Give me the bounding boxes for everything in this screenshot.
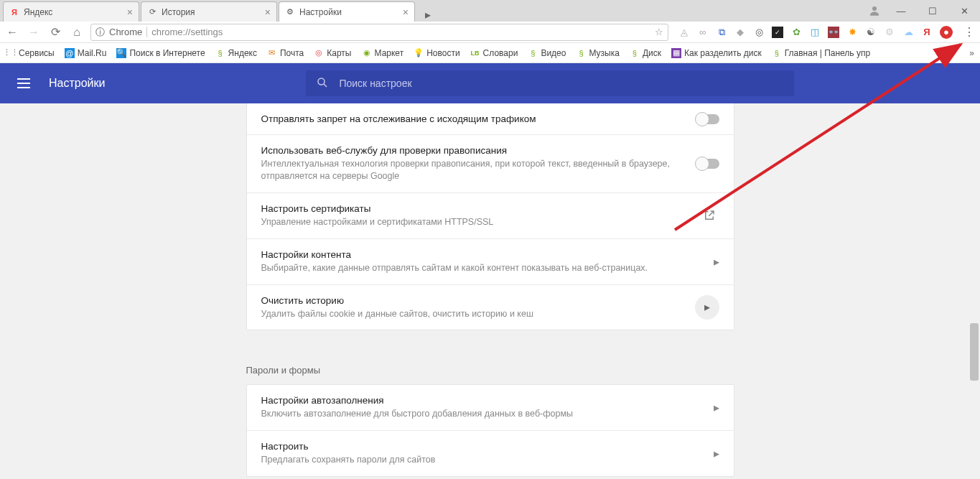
bookmark-market[interactable]: ◉Маркет xyxy=(362,48,404,58)
search-icon: 🔍 xyxy=(116,48,126,58)
clear-history-button[interactable]: ▸ xyxy=(695,295,719,320)
forward-button[interactable]: → xyxy=(26,24,42,40)
bookmark-apps[interactable]: ⋮⋮Сервисы xyxy=(6,48,55,58)
row-title: Настроить xyxy=(261,441,714,452)
bookmark-yandex[interactable]: §Яндекс xyxy=(215,48,257,58)
menu-button[interactable] xyxy=(17,75,34,92)
bookmark-star-icon[interactable]: ☆ xyxy=(655,27,663,37)
close-icon[interactable]: × xyxy=(403,6,409,18)
row-subtitle: Интеллектуальная технология проверки пра… xyxy=(261,158,696,182)
bookmark-cpanel[interactable]: §Главная | Панель упр xyxy=(772,48,870,58)
close-icon[interactable]: × xyxy=(127,6,133,18)
tab-yandex[interactable]: Я Яндекс × xyxy=(3,1,139,22)
close-window-button[interactable]: ✕ xyxy=(948,0,980,22)
toggle-switch[interactable] xyxy=(696,159,719,169)
bookmark-label: Яндекс xyxy=(228,48,257,58)
minimize-button[interactable]: — xyxy=(885,0,917,22)
ext-icon[interactable]: ● xyxy=(940,26,953,39)
ext-icon[interactable]: ☯ xyxy=(865,27,877,38)
close-icon[interactable]: × xyxy=(265,6,271,18)
bookmark-label: Новости xyxy=(426,48,459,58)
ext-icon[interactable]: ◫ xyxy=(809,27,821,38)
omnibox[interactable]: ⓘ Chrome chrome://settings ☆ xyxy=(90,24,668,41)
setting-row-spellcheck[interactable]: Использовать веб-службу для проверки пра… xyxy=(247,134,734,192)
scrollbar-thumb[interactable] xyxy=(970,323,979,381)
row-title: Настройки контента xyxy=(261,249,714,260)
gear-icon: ⚙ xyxy=(285,7,295,17)
maximize-button[interactable]: ☐ xyxy=(917,0,948,22)
row-title: Настроить сертификаты xyxy=(261,203,699,214)
chevron-right-icon: ▸ xyxy=(714,447,719,460)
bookmark-label: Как разделить диск xyxy=(684,48,762,58)
yandex-icon: § xyxy=(215,48,225,58)
mail-icon: ✉ xyxy=(267,48,277,58)
bookmark-label: Почта xyxy=(280,48,304,58)
row-subtitle: Удалить файлы cookie и данные сайтов, оч… xyxy=(261,308,695,320)
svg-point-1 xyxy=(318,78,325,85)
setting-row-clear-history[interactable]: Очистить историю Удалить файлы cookie и … xyxy=(247,284,734,330)
ext-icon[interactable]: ⚙ xyxy=(884,27,895,38)
setting-row-autofill[interactable]: Настройки автозаполнения Включить автоза… xyxy=(247,385,734,430)
bookmark-mailru[interactable]: @Mail.Ru xyxy=(65,48,107,58)
open-external-icon[interactable] xyxy=(699,205,719,225)
tab-settings[interactable]: ⚙ Настройки × xyxy=(279,1,415,22)
omnibox-origin-label: Chrome xyxy=(109,27,147,37)
yandex-ext-icon[interactable]: Я xyxy=(921,27,933,38)
bookmark-maps[interactable]: ◎Карты xyxy=(314,48,351,58)
search-placeholder: Поиск настроек xyxy=(339,78,411,89)
setting-row-content[interactable]: Настройки контента Выбирайте, какие данн… xyxy=(247,238,734,284)
tab-label: Яндекс xyxy=(24,7,52,17)
ext-icon[interactable]: ◎ xyxy=(753,27,765,38)
profile-icon[interactable] xyxy=(864,0,885,22)
settings-body: Отправлять запрет на отслеживание с исхо… xyxy=(0,103,980,479)
info-icon: ⓘ xyxy=(95,26,105,39)
bookmark-label: Музыка xyxy=(589,48,619,58)
market-icon: ◉ xyxy=(362,48,372,58)
bookmark-video[interactable]: §Видео xyxy=(528,48,566,58)
ext-icon[interactable]: ✿ xyxy=(790,27,802,38)
bookmarks-overflow[interactable]: » xyxy=(969,48,974,58)
dict-icon: LB xyxy=(470,48,480,58)
home-button[interactable]: ⌂ xyxy=(69,24,85,40)
bookmark-search[interactable]: 🔍Поиск в Интернете xyxy=(116,48,205,58)
tab-history[interactable]: ⟳ История × xyxy=(141,1,277,22)
back-button[interactable]: ← xyxy=(4,24,20,40)
svg-point-0 xyxy=(872,6,877,11)
bookmark-disk[interactable]: §Диск xyxy=(630,48,661,58)
bookmark-label: Mail.Ru xyxy=(78,48,107,58)
new-tab-button[interactable]: ▸ xyxy=(419,7,437,22)
bookmark-music[interactable]: §Музыка xyxy=(576,48,619,58)
row-subtitle: Выбирайте, какие данные отправлять сайта… xyxy=(261,262,714,274)
page-title: Настройки xyxy=(49,77,105,90)
settings-search[interactable]: Поиск настроек xyxy=(306,70,794,96)
ext-icon[interactable]: ◬ xyxy=(678,27,690,38)
browser-menu-button[interactable]: ⋮ xyxy=(963,25,976,39)
window-controls: — ☐ ✕ xyxy=(864,0,980,22)
ext-icon[interactable]: 👓 xyxy=(828,27,839,38)
setting-row-passwords[interactable]: Настроить Предлагать сохранять пароли дл… xyxy=(247,430,734,476)
toolbar: ← → ⟳ ⌂ ⓘ Chrome chrome://settings ☆ ◬ ∞… xyxy=(0,22,980,43)
ext-icon[interactable]: ☁ xyxy=(902,27,914,38)
bookmark-label: Поиск в Интернете xyxy=(129,48,205,58)
ext-icon[interactable]: ✸ xyxy=(846,27,858,38)
bookmark-label: Маркет xyxy=(375,48,404,58)
ext-icon[interactable]: ⧉ xyxy=(716,27,727,38)
bookmark-news[interactable]: 💡Новости xyxy=(414,48,459,58)
setting-row-certificates[interactable]: Настроить сертификаты Управление настрой… xyxy=(247,192,734,238)
ext-icon[interactable]: ∞ xyxy=(697,27,709,38)
bookmark-label: Карты xyxy=(327,48,351,58)
bookmark-partition[interactable]: ▦Как разделить диск xyxy=(671,48,762,58)
section-passwords-label: Пароли и формы xyxy=(246,365,734,376)
bookmark-dict[interactable]: LBСловари xyxy=(470,48,518,58)
ext-icon[interactable]: ◆ xyxy=(734,27,746,38)
ext-icon[interactable]: ✓ xyxy=(772,27,783,38)
setting-row-dnt[interactable]: Отправлять запрет на отслеживание с исхо… xyxy=(247,103,734,134)
disk-icon: § xyxy=(630,48,640,58)
bookmark-mail[interactable]: ✉Почта xyxy=(267,48,304,58)
toggle-switch[interactable] xyxy=(696,114,719,124)
settings-header: Настройки Поиск настроек xyxy=(0,63,980,103)
reload-button[interactable]: ⟳ xyxy=(47,24,63,40)
yandex-icon: Я xyxy=(9,7,19,17)
video-icon: § xyxy=(528,48,538,58)
bookmark-label: Диск xyxy=(643,48,661,58)
